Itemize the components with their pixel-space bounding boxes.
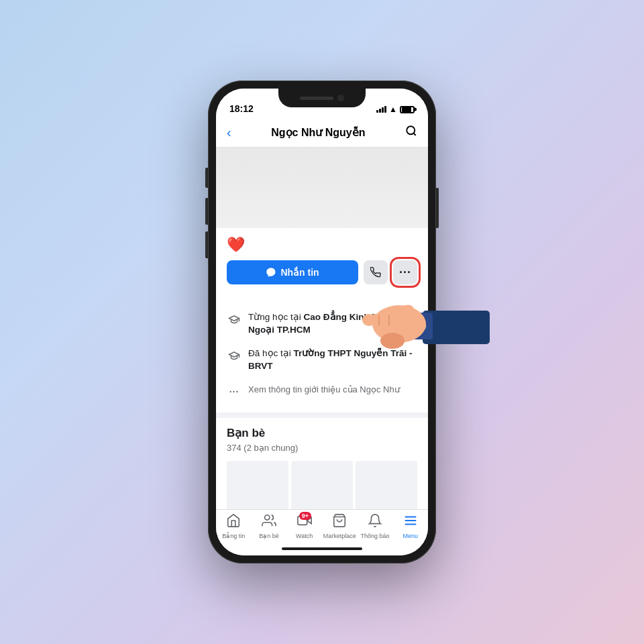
home-indicator [216,542,428,555]
friends-section: Bạn bè 374 (2 bạn chung) [216,418,428,509]
nav-item-home[interactable]: Bảng tin [216,513,252,539]
speaker [300,97,333,100]
page-title: Ngọc Như Nguyễn [271,126,365,139]
friends-title: Bạn bè [227,426,417,440]
nav-label-friends: Bạn bè [259,533,279,539]
back-button[interactable]: ‹ [227,125,231,140]
friends-grid [227,461,417,509]
heart-reaction: ❤️ [227,236,417,254]
notifications-icon [368,513,382,531]
nav-item-friends[interactable]: Bạn bè [252,513,287,539]
nav-label-notifications: Thông báo [361,533,390,539]
svg-line-1 [413,133,415,135]
power-button [436,188,439,228]
phone-notch [278,89,366,107]
more-info-icon: ··· [227,384,241,399]
nav-label-marketplace: Marketplace [323,533,356,539]
menu-icon [403,513,418,531]
status-time: 18:12 [229,103,254,114]
home-icon [226,513,241,531]
nav-item-menu[interactable]: Menu [392,513,428,539]
friend-item[interactable] [291,461,353,509]
education-icon-1 [227,312,241,327]
status-icons: ▲ [376,105,415,114]
pointing-hand [356,274,490,370]
friend-item[interactable] [356,461,417,509]
camera [337,95,344,101]
bottom-navigation: Bảng tin Bạn bè [216,509,428,542]
marketplace-icon [332,513,347,531]
svg-point-2 [265,515,270,519]
nav-label-watch: Watch [296,533,313,539]
more-info-text: Xem thông tin giới thiệu của Ngọc Như [248,384,400,396]
nav-item-notifications[interactable]: Thông báo [358,513,393,539]
battery-icon [400,106,415,113]
friend-item[interactable] [227,461,288,509]
search-button[interactable] [405,125,417,140]
watch-badge: 9+ [299,512,311,520]
svg-point-0 [407,126,415,134]
home-bar [282,547,362,550]
cover-photo [216,148,428,228]
signal-icon [376,106,386,113]
nav-item-marketplace[interactable]: Marketplace [322,513,358,539]
education-icon-2 [227,348,241,363]
scene: 18:12 ▲ [208,80,436,564]
wifi-icon: ▲ [389,105,397,114]
message-btn-label: Nhắn tin [280,267,319,278]
nav-label-home: Bảng tin [222,533,245,539]
nav-item-watch[interactable]: 9+ Watch [286,513,322,539]
volume-up-button [205,198,208,225]
navigation-header: ‹ Ngọc Như Nguyễn [216,118,428,148]
message-button[interactable]: Nhắn tin [227,260,358,284]
friends-icon [262,513,276,531]
section-divider [216,413,428,418]
volume-down-button [205,231,208,258]
hand-svg [356,274,490,368]
svg-point-14 [362,314,376,326]
svg-point-15 [380,333,405,349]
more-info-item[interactable]: ··· Xem thông tin giới thiệu của Ngọc Nh… [227,378,417,405]
nav-label-menu: Menu [402,533,418,539]
friends-subtitle: 374 (2 bạn chung) [227,443,417,453]
mute-button [205,168,208,188]
